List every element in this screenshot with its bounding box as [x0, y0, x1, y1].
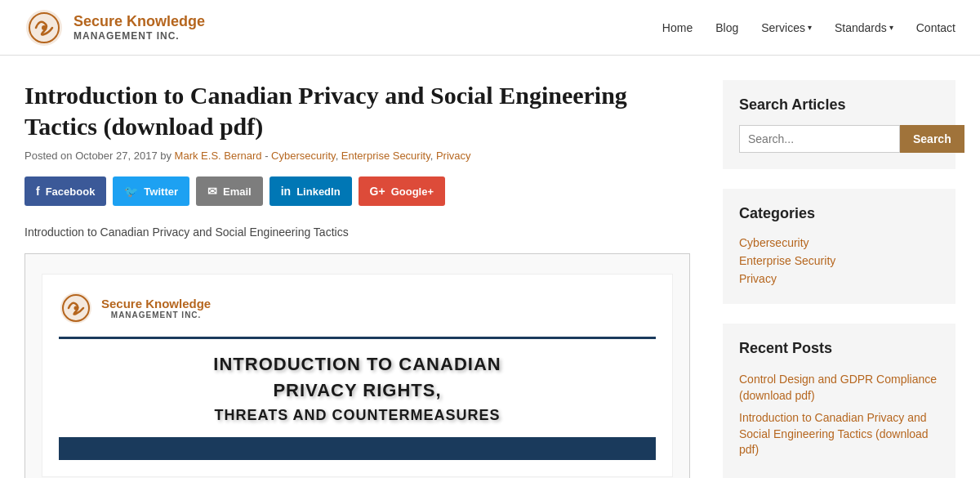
cat-cybersecurity-link[interactable]: Cybersecurity: [271, 150, 336, 162]
logo-name-line1: Secure Knowledge: [74, 13, 205, 30]
twitter-icon: 🐦: [124, 185, 138, 198]
pdf-bottom-stripe: [59, 437, 656, 460]
share-buttons: f Facebook 🐦 Twitter ✉ Email in LinkedIn…: [24, 176, 690, 206]
nav-contact[interactable]: Contact: [916, 21, 956, 34]
email-icon: ✉: [207, 185, 217, 198]
categories-box: Categories Cybersecurity Enterprise Secu…: [723, 189, 956, 304]
googleplus-icon: G+: [370, 185, 385, 198]
categories-title: Categories: [739, 205, 939, 222]
pdf-title-line2: PRIVACY RIGHTS,: [59, 380, 656, 401]
main-content: Introduction to Canadian Privacy and Soc…: [24, 80, 690, 478]
author-link[interactable]: Mark E.S. Bernard: [175, 150, 262, 162]
pdf-logo-icon: [59, 291, 93, 325]
cat-privacy-link[interactable]: Privacy: [436, 150, 471, 162]
googleplus-share-button[interactable]: G+ Google+: [359, 176, 445, 206]
search-button[interactable]: Search: [900, 125, 964, 153]
navigation: Secure Knowledge MANAGEMENT INC. Home Bl…: [0, 0, 980, 56]
category-cybersecurity[interactable]: Cybersecurity: [739, 234, 939, 252]
sidebar: Search Articles Search Categories Cybers…: [723, 80, 956, 478]
nav-blog[interactable]: Blog: [715, 21, 738, 34]
recent-post-0[interactable]: Control Design and GDPR Compliance (down…: [739, 369, 939, 407]
search-box: Search Articles Search: [723, 80, 956, 169]
email-share-button[interactable]: ✉ Email: [196, 176, 263, 206]
recent-posts-box: Recent Posts Control Design and GDPR Com…: [723, 324, 956, 478]
pdf-title-line3: THREATS AND COUNTERMEASURES: [59, 407, 656, 424]
search-input[interactable]: [739, 125, 900, 153]
facebook-icon: f: [36, 185, 40, 198]
pdf-inner: Secure Knowledge MANAGEMENT INC. INTRODU…: [42, 274, 673, 477]
article-meta: Posted on October 27, 2017 by Mark E.S. …: [24, 150, 690, 162]
pdf-logo-area: Secure Knowledge MANAGEMENT INC.: [59, 291, 656, 325]
article-intro-text: Introduction to Canadian Privacy and Soc…: [24, 226, 690, 239]
chevron-down-icon: ▾: [889, 23, 893, 32]
linkedin-icon: in: [281, 185, 291, 198]
recent-posts-title: Recent Posts: [739, 340, 939, 357]
nav-home[interactable]: Home: [662, 21, 693, 34]
logo[interactable]: Secure Knowledge MANAGEMENT INC.: [24, 8, 205, 47]
search-row: Search: [739, 125, 939, 153]
chevron-down-icon: ▾: [808, 23, 812, 32]
nav-services-dropdown[interactable]: Services ▾: [761, 21, 812, 34]
nav-links: Home Blog Services ▾ Standards ▾ Contact: [662, 21, 956, 34]
cat-enterprise-link[interactable]: Enterprise Security: [341, 150, 430, 162]
linkedin-share-button[interactable]: in LinkedIn: [270, 176, 352, 206]
twitter-share-button[interactable]: 🐦 Twitter: [113, 176, 189, 206]
logo-name-line2: MANAGEMENT INC.: [74, 30, 205, 42]
page-wrapper: Introduction to Canadian Privacy and Soc…: [8, 56, 972, 478]
nav-standards-dropdown[interactable]: Standards ▾: [835, 21, 893, 34]
recent-post-1[interactable]: Introduction to Canadian Privacy and Soc…: [739, 407, 939, 462]
search-articles-title: Search Articles: [739, 96, 939, 114]
category-privacy[interactable]: Privacy: [739, 270, 939, 288]
svg-point-2: [42, 25, 47, 30]
article-title: Introduction to Canadian Privacy and Soc…: [24, 80, 690, 141]
pdf-logo-text: Secure Knowledge MANAGEMENT INC.: [101, 297, 211, 319]
pdf-preview-box: Secure Knowledge MANAGEMENT INC. INTRODU…: [24, 253, 690, 478]
logo-icon: [24, 8, 64, 47]
pdf-title-line1: INTRODUCTION TO CANADIAN: [59, 354, 656, 375]
category-enterprise-security[interactable]: Enterprise Security: [739, 252, 939, 270]
pdf-divider: [59, 337, 656, 339]
facebook-share-button[interactable]: f Facebook: [24, 176, 106, 206]
svg-point-5: [74, 306, 78, 310]
